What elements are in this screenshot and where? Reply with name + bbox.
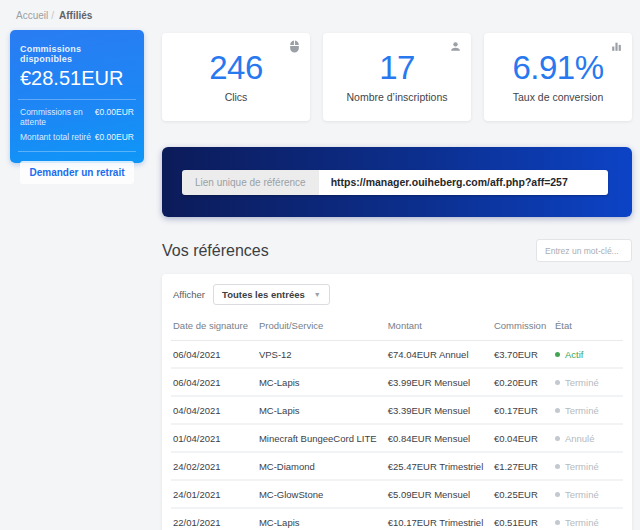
cell-amount: €10.17EUR Trimestriel xyxy=(386,517,492,528)
status-badge: Terminé xyxy=(553,461,623,472)
cell-date: 24/01/2021 xyxy=(171,489,257,500)
clicks-value: 246 xyxy=(209,51,263,84)
table-row: 22/01/2021 MC-Lapis €10.17EUR Trimestrie… xyxy=(171,509,623,530)
referral-banner: Lien unique de référence xyxy=(162,147,632,217)
table-row: 24/01/2021 MC-GlowStone €5.09EUR Mensuel… xyxy=(171,481,623,509)
referral-link-group: Lien unique de référence xyxy=(182,170,608,195)
status-dot xyxy=(555,464,560,469)
breadcrumb-home[interactable]: Accueil xyxy=(16,10,48,21)
cell-commission: €3.70EUR xyxy=(492,349,553,360)
status-dot xyxy=(555,408,560,413)
header-product: Produit/Service xyxy=(257,313,386,340)
conversion-label: Taux de conversion xyxy=(513,91,603,103)
entries-filter-select[interactable]: Toutes les entrées ▼ xyxy=(213,284,330,305)
left-column: Commissions disponibles €28.51EUR Commis… xyxy=(10,30,144,163)
status-badge: Terminé xyxy=(553,517,623,528)
breadcrumb: Accueil/Affiliés xyxy=(0,0,640,30)
entries-filter-row: Afficher Toutes les entrées ▼ xyxy=(171,282,623,313)
cell-date: 04/04/2021 xyxy=(171,405,257,416)
withdrawn-total-value: €0.00EUR xyxy=(95,132,134,142)
divider xyxy=(18,99,136,100)
commissions-card: Commissions disponibles €28.51EUR Commis… xyxy=(10,30,144,163)
cell-date: 01/04/2021 xyxy=(171,433,257,444)
mouse-icon xyxy=(288,40,301,53)
cell-amount: €3.39EUR Mensuel xyxy=(386,405,492,416)
references-table-card: Afficher Toutes les entrées ▼ Date de si… xyxy=(162,274,632,530)
breadcrumb-current: Affiliés xyxy=(59,10,92,21)
pending-commissions-value: €0.00EUR xyxy=(95,107,134,127)
cell-amount: €25.47EUR Trimestriel xyxy=(386,461,492,472)
pending-commissions-row: Commissions en attente €0.00EUR xyxy=(20,107,134,127)
referral-link-label: Lien unique de référence xyxy=(182,170,319,195)
references-title: Vos références xyxy=(162,242,269,260)
cell-amount: €3.99EUR Mensuel xyxy=(386,377,492,388)
status-badge: Terminé xyxy=(553,405,623,416)
table-header-row: Date de signature Produit/Service Montan… xyxy=(171,313,623,341)
withdrawn-total-row: Montant total retiré €0.00EUR xyxy=(20,132,134,142)
cell-commission: €0.51EUR xyxy=(492,517,553,528)
cell-commission: €0.25EUR xyxy=(492,489,553,500)
cell-date: 06/04/2021 xyxy=(171,349,257,360)
cell-date: 22/01/2021 xyxy=(171,517,257,528)
cell-product: VPS-12 xyxy=(257,349,386,360)
stat-card-clicks: 246 Clics xyxy=(162,33,310,121)
commissions-amount: €28.51EUR xyxy=(20,67,134,90)
status-dot xyxy=(555,436,560,441)
table-row: 01/04/2021 Minecraft BungeeCord LITE €0.… xyxy=(171,425,623,453)
breadcrumb-separator: / xyxy=(51,10,54,21)
cell-product: Minecraft BungeeCord LITE xyxy=(257,433,386,444)
table-row: 06/04/2021 VPS-12 €74.04EUR Annuel €3.70… xyxy=(171,341,623,369)
status-dot xyxy=(555,380,560,385)
person-icon xyxy=(449,40,462,53)
clicks-label: Clics xyxy=(225,91,248,103)
stat-card-signups: 17 Nombre d’inscriptions xyxy=(323,33,471,121)
cell-product: MC-Diamond xyxy=(257,461,386,472)
entries-filter-value: Toutes les entrées xyxy=(222,289,305,300)
references-header: Vos références xyxy=(162,239,632,262)
table-row: 04/04/2021 MC-Lapis €3.39EUR Mensuel €0.… xyxy=(171,397,623,425)
header-status: État xyxy=(553,313,623,340)
status-dot xyxy=(555,492,560,497)
status-badge: Actif xyxy=(553,349,623,360)
cell-date: 24/02/2021 xyxy=(171,461,257,472)
table-row: 06/04/2021 MC-Lapis €3.99EUR Mensuel €0.… xyxy=(171,369,623,397)
cell-commission: €0.17EUR xyxy=(492,405,553,416)
cell-product: MC-Lapis xyxy=(257,405,386,416)
chevron-down-icon: ▼ xyxy=(314,291,321,298)
signups-value: 17 xyxy=(379,51,415,84)
status-badge: Terminé xyxy=(553,489,623,500)
divider xyxy=(18,151,136,152)
referral-link-input[interactable] xyxy=(319,170,608,195)
table-row: 24/02/2021 MC-Diamond €25.47EUR Trimestr… xyxy=(171,453,623,481)
keyword-search-input[interactable] xyxy=(536,239,632,262)
status-dot xyxy=(555,520,560,525)
header-commission: Commission xyxy=(492,313,553,340)
cell-date: 06/04/2021 xyxy=(171,377,257,388)
status-dot xyxy=(555,352,560,357)
cell-product: MC-Lapis xyxy=(257,377,386,388)
cell-amount: €5.09EUR Mensuel xyxy=(386,489,492,500)
cell-product: MC-Lapis xyxy=(257,517,386,528)
cell-amount: €0.84EUR Mensuel xyxy=(386,433,492,444)
signups-label: Nombre d’inscriptions xyxy=(347,91,448,103)
stats-row: 246 Clics 17 Nombre d’inscriptions 6.91%… xyxy=(162,33,632,121)
bar-chart-icon xyxy=(610,40,623,53)
header-amount: Montant xyxy=(386,313,492,340)
cell-commission: €1.27EUR xyxy=(492,461,553,472)
conversion-value: 6.91% xyxy=(512,51,603,84)
header-date: Date de signature xyxy=(171,313,257,340)
cell-commission: €0.20EUR xyxy=(492,377,553,388)
request-withdrawal-button[interactable]: Demander un retrait xyxy=(20,161,134,184)
status-badge: Annulé xyxy=(553,433,623,444)
main-layout: Commissions disponibles €28.51EUR Commis… xyxy=(0,30,640,530)
pending-commissions-label: Commissions en attente xyxy=(20,107,95,127)
entries-filter-label: Afficher xyxy=(173,289,205,300)
table-body: 06/04/2021 VPS-12 €74.04EUR Annuel €3.70… xyxy=(171,341,623,530)
status-badge: Terminé xyxy=(553,377,623,388)
cell-amount: €74.04EUR Annuel xyxy=(386,349,492,360)
references-table: Date de signature Produit/Service Montan… xyxy=(171,313,623,530)
cell-product: MC-GlowStone xyxy=(257,489,386,500)
cell-commission: €0.04EUR xyxy=(492,433,553,444)
right-column: 246 Clics 17 Nombre d’inscriptions 6.91%… xyxy=(162,30,632,530)
withdrawn-total-label: Montant total retiré xyxy=(20,132,91,142)
